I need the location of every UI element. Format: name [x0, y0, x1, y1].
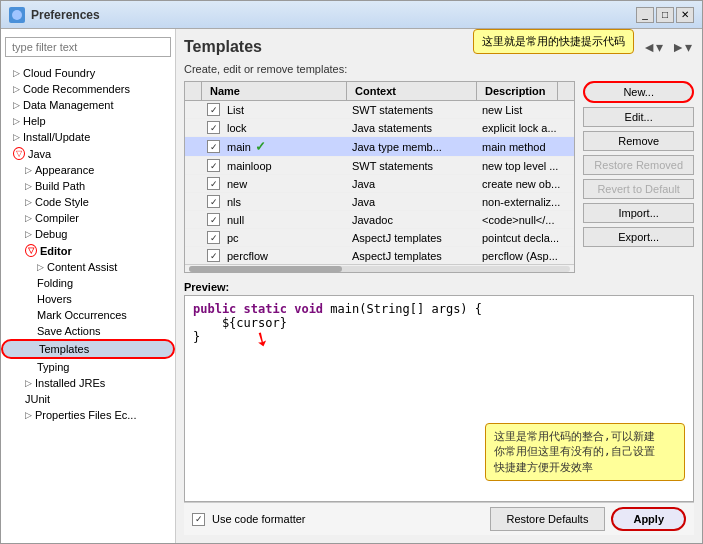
row-name: percflow [201, 247, 346, 264]
expand-icon: ▷ [25, 213, 32, 223]
description-text: Create, edit or remove templates: [184, 63, 694, 75]
table-row[interactable]: new Java create new ob... [185, 175, 574, 193]
context-col-header[interactable]: Context [347, 82, 477, 100]
close-button[interactable]: ✕ [676, 7, 694, 23]
table-row[interactable]: lock Java statements explicit lock a... [185, 119, 574, 137]
expand-icon: ▷ [13, 132, 20, 142]
row-name: pc [201, 229, 346, 246]
table-row[interactable]: main ✓ Java type memb... main method [185, 137, 574, 157]
row-desc: percflow (Asp... [476, 248, 574, 264]
sidebar-item-label: Cloud Foundry [23, 67, 95, 79]
checkmark-icon: ✓ [255, 139, 266, 154]
restore-removed-button[interactable]: Restore Removed [583, 155, 694, 175]
sidebar-item-folding[interactable]: Folding [1, 275, 175, 291]
table-section: Name Context Description [184, 81, 694, 281]
use-code-formatter-label[interactable]: Use code formatter [192, 513, 306, 526]
row-sort [185, 200, 201, 204]
sidebar-item-mark-occurrences[interactable]: Mark Occurrences [1, 307, 175, 323]
row-checkbox[interactable] [207, 195, 220, 208]
restore-defaults-button[interactable]: Restore Defaults [490, 507, 606, 531]
sidebar-item-save-actions[interactable]: Save Actions [1, 323, 175, 339]
sidebar-item-build-path[interactable]: ▷ Build Path [1, 178, 175, 194]
row-checkbox[interactable] [207, 213, 220, 226]
row-checkbox[interactable] [207, 159, 220, 172]
row-desc: pointcut decla... [476, 230, 574, 246]
use-code-formatter-text: Use code formatter [212, 513, 306, 525]
row-checkbox[interactable] [207, 231, 220, 244]
row-checkbox[interactable] [207, 177, 220, 190]
main-panel: Templates 这里就是常用的快捷提示代码 ◄▾ ►▾ Create, ed… [176, 29, 702, 543]
table-row[interactable]: null Javadoc <code>null</... [185, 211, 574, 229]
sidebar-item-label: Templates [39, 343, 89, 355]
row-name: main ✓ [201, 137, 346, 156]
row-name: lock [201, 119, 346, 136]
code-formatter-checkbox[interactable] [192, 513, 205, 526]
row-desc: new List [476, 102, 574, 118]
row-checkbox[interactable] [207, 249, 220, 262]
preferences-window: Preferences _ □ ✕ ▷ Cloud Foundry ▷ Code… [0, 0, 703, 544]
sidebar-item-typing[interactable]: Typing [1, 359, 175, 375]
sidebar-item-label: JUnit [25, 393, 50, 405]
apply-button[interactable]: Apply [611, 507, 686, 531]
row-sort [185, 236, 201, 240]
sidebar-item-label: Debug [35, 228, 67, 240]
sidebar-item-debug[interactable]: ▷ Debug [1, 226, 175, 242]
sidebar-item-appearance[interactable]: ▷ Appearance [1, 162, 175, 178]
sidebar-item-label: Typing [37, 361, 69, 373]
row-desc: <code>null</... [476, 212, 574, 228]
nav-forward-button[interactable]: ►▾ [669, 37, 694, 57]
row-checkbox[interactable] [207, 103, 220, 116]
row-name: null [201, 211, 346, 228]
new-button[interactable]: New... [583, 81, 694, 103]
table-row[interactable]: nls Java non-externaliz... [185, 193, 574, 211]
table-row[interactable]: percflow AspectJ templates percflow (Asp… [185, 247, 574, 264]
main-content: ▷ Cloud Foundry ▷ Code Recommenders ▷ Da… [1, 29, 702, 543]
scrollbar-track [189, 266, 570, 272]
sidebar-item-templates[interactable]: Templates [1, 339, 175, 359]
export-button[interactable]: Export... [583, 227, 694, 247]
row-sort [185, 126, 201, 130]
window-title: Preferences [31, 8, 630, 22]
preview-section: Preview: public static void main(String[… [184, 281, 694, 502]
sidebar-item-code-style[interactable]: ▷ Code Style [1, 194, 175, 210]
sidebar-item-install-update[interactable]: ▷ Install/Update [1, 129, 175, 145]
sidebar-item-java[interactable]: ▽ Java [1, 145, 175, 162]
maximize-button[interactable]: □ [656, 7, 674, 23]
preview-label: Preview: [184, 281, 694, 293]
sidebar-item-hovers[interactable]: Hovers [1, 291, 175, 307]
row-name: mainloop [201, 157, 346, 174]
sidebar-item-properties-files[interactable]: ▷ Properties Files Ec... [1, 407, 175, 423]
remove-button[interactable]: Remove [583, 131, 694, 151]
sidebar-item-code-recommenders[interactable]: ▷ Code Recommenders [1, 81, 175, 97]
sidebar-item-editor[interactable]: ▽ Editor [1, 242, 175, 259]
sidebar-item-installed-jres[interactable]: ▷ Installed JREs [1, 375, 175, 391]
table-scrollbar[interactable] [185, 264, 574, 272]
row-checkbox[interactable] [207, 121, 220, 134]
table-row[interactable]: pc AspectJ templates pointcut decla... [185, 229, 574, 247]
expand-icon: ▷ [25, 229, 32, 239]
sidebar-item-label: Folding [37, 277, 73, 289]
filter-input[interactable] [5, 37, 171, 57]
import-button[interactable]: Import... [583, 203, 694, 223]
table-row[interactable]: mainloop SWT statements new top level ..… [185, 157, 574, 175]
sidebar-item-data-management[interactable]: ▷ Data Management [1, 97, 175, 113]
expand-icon: ▷ [13, 68, 20, 78]
sidebar-item-help[interactable]: ▷ Help [1, 113, 175, 129]
edit-button[interactable]: Edit... [583, 107, 694, 127]
nav-back-button[interactable]: ◄▾ [640, 37, 665, 57]
scrollbar-thumb[interactable] [189, 266, 342, 272]
sidebar-item-compiler[interactable]: ▷ Compiler [1, 210, 175, 226]
name-col-header[interactable]: Name [202, 82, 347, 100]
sidebar-item-junit[interactable]: JUnit [1, 391, 175, 407]
revert-to-default-button[interactable]: Revert to Default [583, 179, 694, 199]
desc-col-header[interactable]: Description [477, 82, 558, 100]
row-checkbox[interactable] [207, 140, 220, 153]
sidebar-item-label: Mark Occurrences [37, 309, 127, 321]
sidebar: ▷ Cloud Foundry ▷ Code Recommenders ▷ Da… [1, 29, 176, 543]
row-context: SWT statements [346, 158, 476, 174]
table-row[interactable]: List SWT statements new List [185, 101, 574, 119]
minimize-button[interactable]: _ [636, 7, 654, 23]
sidebar-item-label: Java [28, 148, 51, 160]
sidebar-item-cloud-foundry[interactable]: ▷ Cloud Foundry [1, 65, 175, 81]
sidebar-item-content-assist[interactable]: ▷ Content Assist [1, 259, 175, 275]
